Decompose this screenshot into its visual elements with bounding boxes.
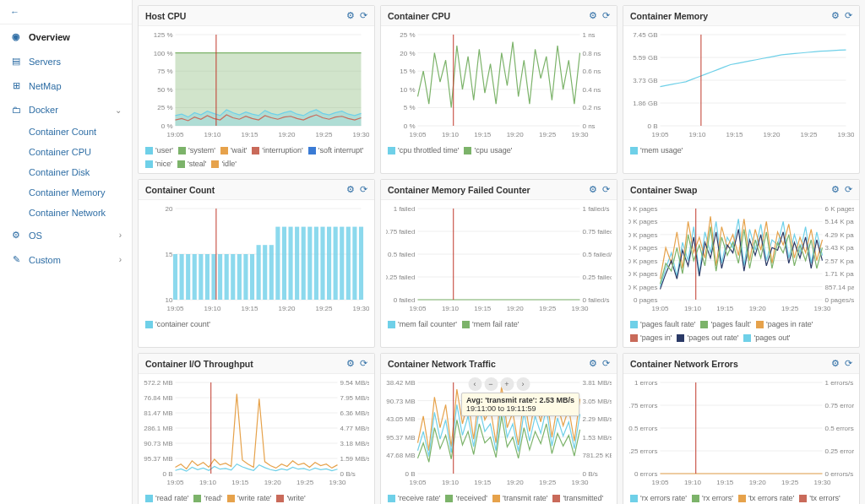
svg-text:0 errors: 0 errors bbox=[634, 470, 658, 478]
nav-item-os[interactable]: ⚙OS› bbox=[0, 223, 132, 247]
panel-header: Host CPU ⚙ ⟳ bbox=[139, 6, 374, 26]
svg-text:300 K pages: 300 K pages bbox=[628, 218, 658, 225]
gear-icon[interactable]: ⚙ bbox=[831, 184, 840, 195]
nav-sub-container-disk[interactable]: Container Disk bbox=[0, 162, 132, 182]
chart-area[interactable]: 20151019:0519:1019:1519:2019:2519:30 bbox=[139, 200, 374, 317]
refresh-icon[interactable]: ⟳ bbox=[845, 184, 852, 195]
chart-container-mem-failed: 1 failed0.75 failed0.5 failed0.25 failed… bbox=[386, 203, 612, 313]
chart-area[interactable]: 125 %100 %75 %50 %25 %0 %19:0519:1019:15… bbox=[139, 26, 374, 143]
refresh-icon[interactable]: ⟳ bbox=[845, 358, 852, 369]
nav-item-servers[interactable]: ▤Servers bbox=[0, 49, 132, 73]
svg-text:19:30: 19:30 bbox=[837, 131, 854, 138]
refresh-icon[interactable]: ⟳ bbox=[360, 10, 367, 21]
legend-item: 'cpu throttled time' bbox=[388, 146, 459, 154]
svg-rect-86 bbox=[257, 245, 261, 300]
svg-text:3.18 MB/s: 3.18 MB/s bbox=[340, 440, 370, 447]
nav-item-netmap[interactable]: ⊞NetMap bbox=[0, 73, 132, 98]
legend-item: 'pages out' bbox=[743, 333, 790, 342]
svg-rect-84 bbox=[243, 254, 248, 300]
legend-item: 'transmit rate' bbox=[492, 494, 547, 502]
chart-area[interactable]: 1 errors0.75 errors0.5 errors0.25 errors… bbox=[623, 374, 859, 490]
svg-text:0.25 failed/s: 0.25 failed/s bbox=[583, 274, 612, 281]
svg-text:19:15: 19:15 bbox=[474, 131, 492, 138]
nav-sub-container-network[interactable]: Container Network bbox=[0, 203, 132, 223]
back-button[interactable]: ← bbox=[0, 0, 132, 24]
chart-prev-icon[interactable]: ‹ bbox=[468, 377, 481, 391]
refresh-icon[interactable]: ⟳ bbox=[360, 184, 367, 195]
chart-area[interactable]: 350 K pages300 K pages250 K pages200 K p… bbox=[623, 200, 859, 317]
legend-item: 'nice' bbox=[145, 160, 172, 168]
svg-text:100 K pages: 100 K pages bbox=[628, 270, 658, 278]
svg-text:0 ns: 0 ns bbox=[583, 122, 596, 130]
chart-next-icon[interactable]: › bbox=[516, 377, 530, 391]
chart-area[interactable]: 7.45 GB5.59 GB3.73 GB1.86 GB0 B19:0519:1… bbox=[623, 26, 859, 143]
svg-text:9.54 MB/s: 9.54 MB/s bbox=[340, 379, 370, 387]
main-content: Host CPU ⚙ ⟳ 125 %100 %75 %50 %25 %0 %19… bbox=[133, 0, 865, 504]
refresh-icon[interactable]: ⟳ bbox=[845, 10, 852, 21]
svg-text:1.86 GB: 1.86 GB bbox=[633, 100, 657, 107]
panel-container-io: Container I/O Throughput ⚙ ⟳ 572.2 MB476… bbox=[138, 353, 375, 504]
svg-text:25 %: 25 % bbox=[400, 31, 415, 39]
nav-item-overview[interactable]: ◉Overview bbox=[0, 24, 132, 49]
nav-sub-container-cpu[interactable]: Container CPU bbox=[0, 142, 132, 162]
refresh-icon[interactable]: ⟳ bbox=[602, 358, 610, 369]
nav-item-custom[interactable]: ✎Custom› bbox=[0, 247, 132, 272]
chart-area[interactable]: 25 %20 %15 %10 %5 %0 %1 ns0.8 ns0.6 ns0.… bbox=[381, 26, 617, 143]
svg-text:781.25 KB/s: 781.25 KB/s bbox=[583, 452, 612, 459]
svg-text:0.2 ns: 0.2 ns bbox=[583, 104, 601, 111]
refresh-icon[interactable]: ⟳ bbox=[602, 184, 610, 195]
legend-item: 'rx errors' bbox=[692, 494, 733, 502]
refresh-icon[interactable]: ⟳ bbox=[602, 10, 610, 21]
nav-sub-container-memory[interactable]: Container Memory bbox=[0, 182, 132, 203]
svg-text:1 errors/s: 1 errors/s bbox=[825, 379, 854, 387]
gear-icon[interactable]: ⚙ bbox=[589, 184, 597, 195]
nav-label: NetMap bbox=[29, 81, 62, 91]
chart-area[interactable]: 572.2 MB476.84 MB381.47 MB286.1 MB190.73… bbox=[139, 374, 374, 490]
svg-text:1 errors: 1 errors bbox=[634, 379, 658, 387]
chart-area[interactable]: ‹ − + › 238.42 MB190.73 MB143.05 MB95.37… bbox=[381, 374, 617, 490]
svg-text:19:10: 19:10 bbox=[204, 305, 221, 312]
svg-text:19:30: 19:30 bbox=[352, 131, 369, 138]
legend-item: 'mem fail counter' bbox=[388, 320, 457, 328]
panel-header: Container Network Errors ⚙ ⟳ bbox=[623, 354, 859, 374]
chart-zoom-out-icon[interactable]: − bbox=[484, 377, 498, 391]
svg-text:19:05: 19:05 bbox=[166, 479, 184, 486]
chart-area[interactable]: 1 failed0.75 failed0.5 failed0.25 failed… bbox=[381, 200, 617, 317]
svg-text:19:30: 19:30 bbox=[571, 479, 589, 486]
panel-container-swap: Container Swap ⚙ ⟳ 350 K pages300 K page… bbox=[623, 179, 860, 348]
svg-text:0 B: 0 B bbox=[647, 122, 657, 130]
svg-text:19:25: 19:25 bbox=[781, 479, 799, 486]
gear-icon[interactable]: ⚙ bbox=[831, 358, 840, 369]
gear-icon[interactable]: ⚙ bbox=[346, 10, 355, 21]
nav-label: Overview bbox=[29, 32, 70, 42]
chart-zoom-in-icon[interactable]: + bbox=[500, 377, 514, 391]
svg-text:19:10: 19:10 bbox=[442, 479, 460, 486]
svg-text:19:20: 19:20 bbox=[749, 305, 767, 312]
nav-item-docker[interactable]: 🗀Docker⌄ bbox=[0, 98, 132, 122]
gear-icon[interactable]: ⚙ bbox=[589, 358, 597, 369]
svg-text:150 K pages: 150 K pages bbox=[628, 257, 658, 265]
legend-item: 'idle' bbox=[211, 160, 236, 168]
nav-label: Servers bbox=[29, 57, 61, 67]
svg-text:19:25: 19:25 bbox=[296, 479, 314, 486]
panel-title: Container Swap bbox=[630, 185, 697, 195]
panel-header: Container Memory Failed Counter ⚙ ⟳ bbox=[381, 180, 617, 200]
refresh-icon[interactable]: ⟳ bbox=[360, 358, 367, 369]
nav-sub-container-count[interactable]: Container Count bbox=[0, 122, 132, 142]
svg-text:19:20: 19:20 bbox=[278, 305, 296, 312]
gear-icon[interactable]: ⚙ bbox=[831, 10, 840, 21]
svg-rect-73 bbox=[173, 254, 177, 300]
svg-rect-95 bbox=[314, 227, 318, 300]
svg-text:0.25 errors/s: 0.25 errors/s bbox=[825, 447, 855, 455]
legend: 'user''system''wait''interruption''soft … bbox=[139, 143, 374, 173]
svg-text:19:15: 19:15 bbox=[726, 131, 743, 138]
svg-text:19:25: 19:25 bbox=[315, 131, 333, 138]
chevron-down-icon: ⌄ bbox=[115, 106, 122, 115]
svg-text:5.59 GB: 5.59 GB bbox=[633, 54, 657, 62]
gear-icon[interactable]: ⚙ bbox=[346, 358, 355, 369]
svg-rect-89 bbox=[275, 227, 280, 300]
svg-text:19:15: 19:15 bbox=[231, 479, 249, 486]
gear-icon[interactable]: ⚙ bbox=[346, 184, 355, 195]
chart-container-swap: 350 K pages300 K pages250 K pages200 K p… bbox=[628, 203, 854, 313]
gear-icon[interactable]: ⚙ bbox=[589, 10, 597, 21]
